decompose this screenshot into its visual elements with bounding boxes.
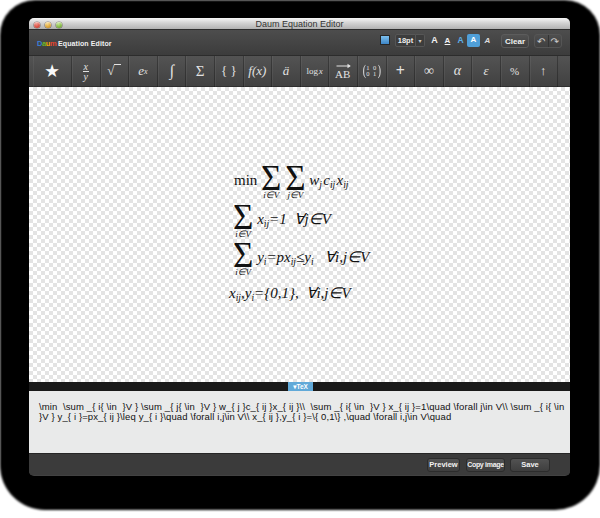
svg-text:AB: AB (335, 68, 350, 80)
